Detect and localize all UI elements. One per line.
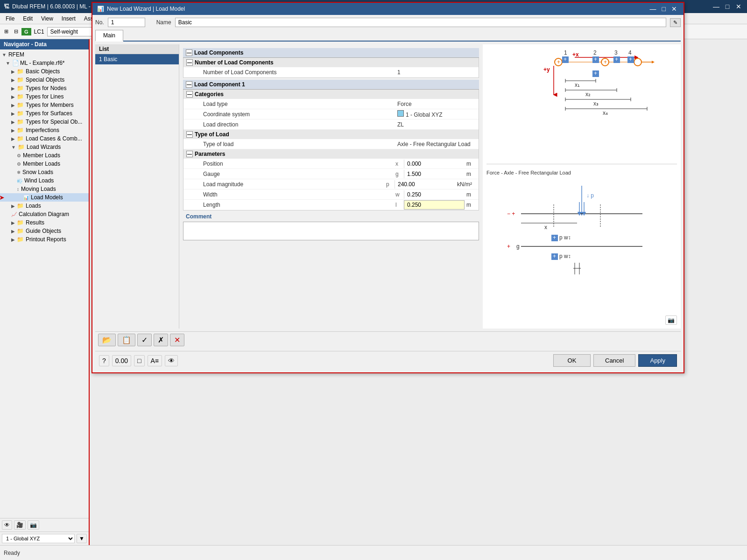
svg-text:+: + xyxy=(615,56,618,63)
menu-file[interactable]: File xyxy=(2,14,18,23)
load-type-g: G xyxy=(21,28,31,35)
dialog-title-left: 📊 New Load Wizard | Load Model xyxy=(97,6,185,12)
dlg-toolbar-open[interactable]: 📂 xyxy=(98,334,116,346)
collapse-comp1[interactable]: — xyxy=(186,81,192,88)
coord-system-select[interactable]: 1 - Global XYZ xyxy=(2,534,75,543)
collapse-load-comp[interactable]: — xyxy=(186,49,192,56)
nav-item-moving-loads[interactable]: ↕ Moving Loads xyxy=(0,185,89,193)
ok-btn[interactable]: OK xyxy=(553,354,591,367)
name-edit-btn[interactable]: ✎ xyxy=(670,18,681,27)
view-btn[interactable]: □ xyxy=(134,355,144,366)
subsection-num-comps[interactable]: — Number of Load Components xyxy=(183,58,479,67)
cancel-btn[interactable]: Cancel xyxy=(593,354,635,367)
gauge-label: Gauge xyxy=(200,170,395,178)
nav-item-types-surfaces[interactable]: ▶ 📁 Types for Surfaces xyxy=(0,109,89,118)
dlg-toolbar-copy[interactable]: 📋 xyxy=(118,334,135,346)
subsection-type-of-load[interactable]: — Type of Load xyxy=(183,130,479,139)
collapse-num-comps[interactable]: — xyxy=(186,59,193,66)
no-input[interactable] xyxy=(108,18,145,27)
form-panel: — Load Components — Number of Load Compo… xyxy=(179,44,483,329)
nav-item-imperfections[interactable]: ▶ 📁 Imperfections xyxy=(0,126,89,134)
nav-item-loads[interactable]: ▶ 📁 Loads xyxy=(0,202,89,210)
nav-item-basic-objects[interactable]: ▶ 📁 Basic Objects xyxy=(0,67,89,76)
svg-text:p  w↕: p w↕ xyxy=(559,234,571,241)
menu-view[interactable]: View xyxy=(37,14,57,23)
nav-item-results[interactable]: ▶ 📁 Results xyxy=(0,218,89,227)
members-folder-icon: 📁 xyxy=(17,102,24,108)
list-item-1[interactable]: 1 Basic xyxy=(95,54,179,65)
comment-textarea[interactable] xyxy=(183,222,479,240)
nav-item-load-cases[interactable]: ▶ 📁 Load Cases & Comb... xyxy=(0,134,89,143)
collapse-params[interactable]: — xyxy=(186,151,193,157)
type-load-label: Type of load xyxy=(200,140,395,148)
nav-item-load-models[interactable]: ➤ 📊 Load Models xyxy=(0,193,89,202)
collapse-categories[interactable]: — xyxy=(186,91,193,98)
eye-btn[interactable]: 👁 xyxy=(165,355,178,366)
printout-folder-icon: 📁 xyxy=(17,236,24,243)
subsection-parameters[interactable]: — Parameters xyxy=(183,149,479,159)
length-input[interactable] xyxy=(404,200,465,210)
zero-btn[interactable]: 0.00 xyxy=(112,355,131,366)
subsection-categories[interactable]: — Categories xyxy=(183,90,479,99)
special-folder-icon: 📁 xyxy=(17,77,24,83)
members-expand-icon: ▶ xyxy=(11,103,15,108)
special-ob-folder-icon: 📁 xyxy=(17,119,24,125)
nav-item-types-members[interactable]: ▶ 📁 Types for Members xyxy=(0,101,89,109)
svg-text:+: + xyxy=(604,59,607,65)
diagram-icon-btn[interactable]: 📷 xyxy=(665,315,677,325)
dlg-toolbar-check1[interactable]: ✓ xyxy=(137,334,152,346)
dialog-minimize-btn[interactable]: — xyxy=(648,5,658,13)
gauge-value: 1.500 xyxy=(404,170,465,178)
nav-item-types-special[interactable]: ▶ 📁 Types for Special Ob... xyxy=(0,118,89,126)
nav-item-calc-diagram[interactable]: 📈 Calculation Diagram xyxy=(0,210,89,218)
imperf-expand-icon: ▶ xyxy=(11,128,15,133)
nav-loadcases-label: Load Cases & Comb... xyxy=(26,135,82,142)
menu-edit[interactable]: Edit xyxy=(19,14,36,23)
toolbar-icon-1[interactable]: ⊞ xyxy=(2,27,11,36)
dialog-header-row: No. Name ✎ xyxy=(95,18,681,27)
svg-text:4: 4 xyxy=(628,49,632,56)
nav-item-special-objects[interactable]: ▶ 📁 Special Objects xyxy=(0,76,89,84)
nav-item-member-loads1[interactable]: ⚙ Member Loads xyxy=(0,151,89,160)
nav-item-printout[interactable]: ▶ 📁 Printout Reports xyxy=(0,235,89,244)
nav-item-snow-loads[interactable]: ❄ Snow Loads xyxy=(0,168,89,176)
diagram-lower-svg: ↓ p − + xyxy=(493,181,670,312)
collapse-type-load[interactable]: — xyxy=(186,131,193,138)
nav-item-rfem[interactable]: ▼ RFEM xyxy=(0,50,89,59)
text-btn[interactable]: A≡ xyxy=(148,355,162,366)
nav-item-types-nodes[interactable]: ▶ 📁 Types for Nodes xyxy=(0,84,89,92)
apply-btn[interactable]: Apply xyxy=(638,354,677,367)
menu-insert[interactable]: Insert xyxy=(58,14,79,23)
row-load-magnitude: Load magnitude p 240.00 kN/m² xyxy=(183,179,479,189)
help-btn[interactable]: ? xyxy=(99,355,109,366)
section-load-comp-header[interactable]: — Load Components xyxy=(183,48,479,58)
nav-item-load-wizards[interactable]: ▼ 📁 Load Wizards xyxy=(0,143,89,151)
dlg-toolbar-check2[interactable]: ✗ xyxy=(154,334,168,346)
nav-view-btn3[interactable]: 📷 xyxy=(28,520,39,530)
nav-view-btn2[interactable]: 🎥 xyxy=(14,520,26,530)
nav-coord-btn[interactable]: ▼ xyxy=(77,534,87,543)
ml-file-icon: 📄 xyxy=(12,60,19,66)
svg-text:3: 3 xyxy=(614,49,618,56)
toolbar-icon-2[interactable]: ⊟ xyxy=(12,27,21,36)
diagram-divider xyxy=(486,164,677,164)
guide-expand-icon: ▶ xyxy=(11,229,15,234)
nav-view-btn1[interactable]: 👁 xyxy=(2,520,12,530)
tab-main[interactable]: Main xyxy=(95,30,123,42)
dialog-maximize-btn[interactable]: □ xyxy=(660,5,668,13)
row-coord-system: Coordinate system 1 - Global XYZ xyxy=(183,109,479,119)
nav-item-types-lines[interactable]: ▶ 📁 Types for Lines xyxy=(0,92,89,101)
nav-item-guide-objects[interactable]: ▶ 📁 Guide Objects xyxy=(0,227,89,235)
gauge-symbol: g xyxy=(395,170,404,178)
nav-item-member-loads2[interactable]: ⚙ Member Loads xyxy=(0,160,89,168)
dialog-close-btn[interactable]: ✕ xyxy=(669,5,679,13)
list-item-name: Basic xyxy=(104,56,117,63)
svg-text:+: + xyxy=(594,70,597,77)
loadcases-folder-icon: 📁 xyxy=(17,135,24,142)
dlg-toolbar-delete[interactable]: ✕ xyxy=(170,334,184,346)
width-value: 0.250 xyxy=(404,190,465,199)
nav-item-wind-loads[interactable]: 💨 Wind Loads xyxy=(0,176,89,185)
nav-item-ml[interactable]: ▼ 📄 ML - Example.rf6* xyxy=(0,59,89,67)
name-input[interactable] xyxy=(175,18,666,27)
section-comp1-header[interactable]: — Load Component 1 xyxy=(183,80,479,90)
